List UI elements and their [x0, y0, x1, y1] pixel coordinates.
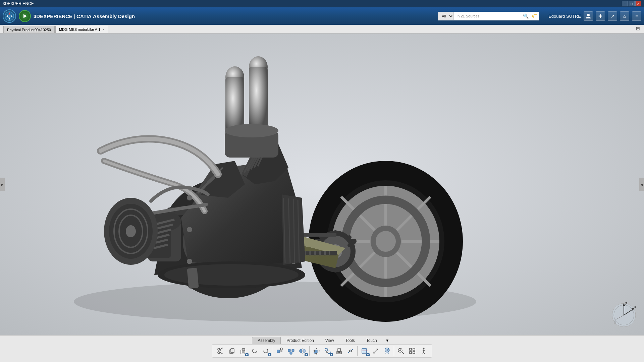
- zoom-button[interactable]: [395, 346, 406, 356]
- svg-rect-142: [231, 349, 234, 353]
- bottom-tabs-row: Assembly Product Edition View Tools Touc…: [252, 336, 392, 344]
- svg-point-151: [280, 348, 282, 350]
- settings-button[interactable]: ≡: [632, 11, 641, 21]
- search-input[interactable]: [454, 12, 521, 20]
- user-avatar-button[interactable]: [584, 11, 593, 21]
- section-button[interactable]: ▼: [359, 346, 370, 356]
- annotation-button[interactable]: 3D: [382, 346, 392, 356]
- measure-button[interactable]: [370, 346, 381, 356]
- redo-icon-button[interactable]: ▼: [261, 346, 271, 356]
- svg-marker-170: [367, 350, 368, 352]
- bottom-tab-more-button[interactable]: ▼: [383, 337, 392, 344]
- tab-close-button[interactable]: ×: [102, 28, 104, 32]
- insert-component-button[interactable]: [274, 346, 285, 356]
- svg-marker-158: [315, 353, 317, 355]
- assembly-constraints-button[interactable]: ▼: [322, 346, 333, 356]
- bottom-tab-assembly[interactable]: Assembly: [252, 337, 281, 344]
- svg-point-137: [218, 352, 220, 354]
- svg-point-8: [587, 14, 590, 16]
- svg-point-184: [423, 348, 425, 350]
- tab-right-controls: ⊞: [633, 24, 644, 33]
- svg-text:X: X: [634, 305, 636, 309]
- title-bar: 3DEXPERIENCE − □ ✕: [0, 0, 644, 7]
- title-bar-text: 3DEXPERIENCE: [3, 1, 34, 6]
- svg-point-31: [351, 239, 357, 244]
- title-bar-controls: − □ ✕: [622, 1, 641, 6]
- svg-rect-153: [292, 349, 294, 352]
- axes-indicator: Z X Ω: [610, 302, 637, 328]
- reuse-component-button[interactable]: [286, 346, 297, 356]
- minimize-button[interactable]: −: [622, 1, 628, 6]
- cut-icon-button[interactable]: [215, 346, 226, 356]
- svg-rect-180: [410, 348, 412, 350]
- username-label: Edouard SUTRE: [548, 14, 581, 19]
- svg-point-166: [338, 352, 340, 353]
- svg-point-136: [218, 348, 220, 350]
- svg-point-35: [347, 235, 352, 239]
- main-toolbar: 3DEXPERIENCE | CATIA Assembly Design All…: [0, 7, 644, 25]
- fix-component-button[interactable]: [334, 346, 344, 356]
- tab-physical-product[interactable]: Physical Product00410250: [3, 26, 55, 33]
- svg-point-112: [187, 195, 192, 200]
- copy-icon-button[interactable]: [226, 346, 237, 356]
- svg-text:Ω: Ω: [614, 321, 616, 324]
- bottom-tab-view[interactable]: View: [320, 337, 340, 344]
- svg-point-33: [347, 243, 352, 247]
- bottom-tab-tools[interactable]: Tools: [340, 337, 361, 344]
- left-panel-arrow[interactable]: ▶: [0, 178, 5, 191]
- tab-bar: Physical Product00410250 MDG-MES motorbi…: [0, 25, 644, 34]
- svg-rect-152: [288, 349, 290, 352]
- search-filter-dropdown[interactable]: All: [438, 12, 454, 20]
- bottom-tab-product-edition[interactable]: Product Edition: [281, 337, 319, 344]
- symmetry-button[interactable]: ▼: [297, 346, 308, 356]
- undo-icon-button[interactable]: [249, 346, 260, 356]
- svg-marker-7: [23, 14, 27, 18]
- home-button[interactable]: ⌂: [620, 11, 629, 21]
- bookmark-button[interactable]: 🏷: [531, 13, 539, 19]
- svg-rect-125: [187, 268, 199, 289]
- svg-line-187: [423, 352, 424, 354]
- model-viewport-svg: [0, 34, 644, 335]
- right-panel-arrow[interactable]: ◀: [639, 178, 644, 191]
- svg-point-124: [164, 264, 299, 286]
- app-title: 3DEXPERIENCE | CATIA Assembly Design: [34, 13, 135, 19]
- bottom-toolbar: Assembly Product Edition View Tools Touc…: [0, 335, 644, 362]
- svg-point-161: [325, 348, 328, 351]
- play-button[interactable]: [19, 10, 31, 22]
- separator-2: [309, 346, 310, 356]
- svg-rect-183: [413, 352, 415, 354]
- svg-rect-149: [277, 350, 280, 353]
- move-button[interactable]: [311, 346, 322, 356]
- add-button[interactable]: ✚: [596, 11, 605, 21]
- svg-rect-103: [249, 67, 268, 134]
- search-container: All 🔍 🏷: [438, 12, 539, 20]
- svg-point-106: [225, 124, 278, 137]
- maximize-button[interactable]: □: [629, 1, 635, 6]
- viewport[interactable]: ▶ ◀ Z X Ω: [0, 34, 644, 335]
- tab-motorbike[interactable]: MDG-MES motorbike A.1 ×: [55, 26, 108, 33]
- compass-logo[interactable]: [3, 9, 16, 23]
- walk-button[interactable]: [418, 346, 429, 356]
- close-button[interactable]: ✕: [635, 1, 641, 6]
- search-button[interactable]: 🔍: [521, 13, 531, 19]
- fit-all-button[interactable]: [407, 346, 418, 356]
- svg-marker-160: [319, 350, 320, 352]
- svg-line-138: [220, 348, 223, 350]
- share-button[interactable]: ↗: [608, 11, 617, 21]
- svg-line-140: [220, 350, 221, 351]
- tab-expand-button[interactable]: ⊞: [633, 24, 643, 33]
- svg-rect-144: [242, 349, 245, 350]
- svg-rect-182: [410, 352, 412, 354]
- svg-rect-143: [241, 350, 245, 354]
- svg-point-15: [376, 231, 396, 252]
- flexible-button[interactable]: [345, 346, 356, 356]
- svg-rect-181: [413, 348, 415, 350]
- svg-rect-165: [338, 348, 340, 352]
- svg-text:3D: 3D: [386, 349, 390, 352]
- bottom-icons-row: ▼ ▼ ▼ ▼: [212, 344, 432, 358]
- paste-icon-button[interactable]: ▼: [238, 346, 249, 356]
- svg-line-188: [424, 352, 425, 354]
- svg-point-115: [187, 259, 192, 264]
- svg-rect-154: [290, 352, 292, 354]
- bottom-tab-touch[interactable]: Touch: [361, 337, 383, 344]
